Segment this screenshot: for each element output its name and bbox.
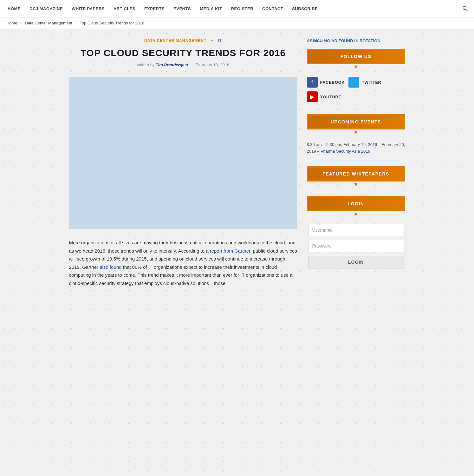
also-found-link[interactable]: also found <box>100 264 121 270</box>
twitter-link[interactable]: 🐦 TWITTER <box>348 77 381 88</box>
nav-register[interactable]: REGISTER <box>227 6 258 11</box>
featured-whitepapers-header: FEATURED WHITEPAPERS <box>308 167 405 181</box>
featured-whitepapers-widget: FEATURED WHITEPAPERS ▼ <box>307 166 405 187</box>
twitter-icon: 🐦 <box>348 77 359 88</box>
svg-line-1 <box>466 9 468 11</box>
nav-home[interactable]: HOME <box>3 6 25 11</box>
upcoming-events-arrow: ▼ <box>307 129 405 135</box>
login-button[interactable]: LOGIN <box>308 256 404 268</box>
upcoming-events-widget: UPCOMING EVENTS ▼ 8:30 am – 5:30 pm, Feb… <box>307 114 405 157</box>
event-link[interactable]: Pharma Security Asia 2019 <box>321 149 370 154</box>
youtube-link[interactable]: ▶ YOUTUBE <box>307 91 341 102</box>
tag-data-center-management[interactable]: DATA CENTER MANAGEMENT <box>144 38 206 43</box>
svg-point-0 <box>463 6 466 10</box>
article-image <box>69 77 297 229</box>
nav-articles[interactable]: ARTICLES <box>109 6 140 11</box>
author-link[interactable]: Tim Prendergast <box>156 63 188 67</box>
tag-it[interactable]: IT <box>218 38 222 43</box>
event-time: 8:30 am – 5:30 pm, February 19, 2019 – F… <box>307 139 405 157</box>
nav-events[interactable]: EVENTS <box>169 6 195 11</box>
twitter-label: TWITTER <box>362 80 381 85</box>
tag-separator: ✦ <box>211 38 214 43</box>
ad-notice: AS#404: NO AD FOUND IN ROTATION <box>307 38 405 43</box>
nav-subscribe[interactable]: SUBSCRIBE <box>288 6 322 11</box>
username-input[interactable] <box>308 224 404 236</box>
facebook-icon: f <box>307 77 318 88</box>
login-header: LOGIN <box>308 197 405 211</box>
youtube-label: YOUTUBE <box>320 95 341 99</box>
breadcrumb-sep2: › <box>75 21 77 25</box>
upcoming-events-header: UPCOMING EVENTS <box>308 115 405 129</box>
follow-us-widget: FOLLOW US ▼ f FACEBOOK 🐦 TWITTER ▶ YOUTU… <box>307 49 405 105</box>
facebook-label: FACEBOOK <box>320 80 345 85</box>
breadcrumb: Home › Data Center Management › Top Clou… <box>0 17 474 29</box>
article-area: DATA CENTER MANAGEMENT ✦ IT TOP CLOUD SE… <box>69 38 297 287</box>
article-date: February 19, 2016 <box>196 63 229 67</box>
nav-media-kit[interactable]: MEDIA KIT <box>195 6 226 11</box>
password-input[interactable] <box>308 240 404 252</box>
nav-dcj-magazine[interactable]: DCJ MAGAZINE <box>25 6 67 11</box>
sidebar: AS#404: NO AD FOUND IN ROTATION FOLLOW U… <box>307 38 405 287</box>
main-navigation: HOME DCJ MAGAZINE WHITE PAPERS ARTICLES … <box>0 0 474 17</box>
follow-us-arrow: ▼ <box>307 64 405 70</box>
gartner-report-link[interactable]: report from Gartner <box>210 248 250 254</box>
follow-us-header: FOLLOW US <box>308 50 405 63</box>
nav-experts[interactable]: EXPERTS <box>140 6 169 11</box>
social-grid: f FACEBOOK 🐦 TWITTER ▶ YOUTUBE <box>307 74 405 105</box>
breadcrumb-category[interactable]: Data Center Management <box>25 21 72 25</box>
youtube-icon: ▶ <box>307 91 318 102</box>
search-icon[interactable] <box>459 3 471 14</box>
article-body: More organizations of all sizes are movi… <box>69 239 297 287</box>
featured-whitepapers-arrow: ▼ <box>307 182 405 187</box>
breadcrumb-home[interactable]: Home <box>6 21 17 25</box>
written-by-label: written by <box>137 63 155 67</box>
login-form: LOGIN <box>307 221 405 272</box>
breadcrumb-current: Top Cloud Security Trends for 2016 <box>80 21 144 25</box>
login-widget: LOGIN ▼ LOGIN <box>307 196 405 272</box>
login-arrow: ▼ <box>307 211 405 217</box>
breadcrumb-sep1: › <box>20 21 22 25</box>
nav-items: HOME DCJ MAGAZINE WHITE PAPERS ARTICLES … <box>3 6 459 11</box>
main-container: DATA CENTER MANAGEMENT ✦ IT TOP CLOUD SE… <box>63 29 412 297</box>
nav-contact[interactable]: CONTACT <box>258 6 288 11</box>
nav-white-papers[interactable]: WHITE PAPERS <box>67 6 109 11</box>
facebook-link[interactable]: f FACEBOOK <box>307 77 345 88</box>
article-tags: DATA CENTER MANAGEMENT ✦ IT <box>69 38 297 43</box>
article-title: TOP CLOUD SECURITY TRENDS FOR 2016 <box>69 47 297 59</box>
article-meta: written by Tim Prendergast February 19, … <box>69 63 297 67</box>
